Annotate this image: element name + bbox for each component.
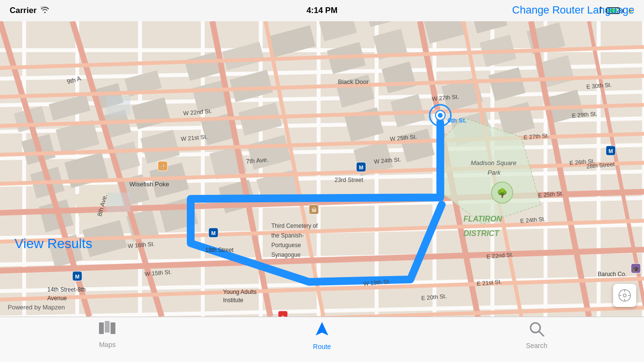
svg-rect-173 xyxy=(105,321,110,333)
tab-search[interactable]: Search xyxy=(429,321,644,349)
svg-text:M: M xyxy=(608,148,613,154)
svg-text:Young Adults: Young Adults xyxy=(223,289,257,295)
svg-text:Madison Square: Madison Square xyxy=(471,159,517,167)
view-results-button[interactable]: View Results xyxy=(14,236,92,251)
svg-text:FLATIRON: FLATIRON xyxy=(463,215,502,223)
svg-point-167 xyxy=(623,294,626,297)
tab-bar: Maps Route Search xyxy=(0,317,644,362)
wifi-icon xyxy=(41,6,49,15)
svg-text:DISTRICT: DISTRICT xyxy=(463,229,500,237)
maps-tab-label: Maps xyxy=(99,341,115,348)
svg-text:Wisefish Poke: Wisefish Poke xyxy=(129,181,169,188)
svg-text:Synagogue: Synagogue xyxy=(271,251,301,258)
svg-text:Portuguese: Portuguese xyxy=(271,242,301,249)
tab-route[interactable]: Route xyxy=(215,321,430,350)
svg-marker-175 xyxy=(316,322,328,335)
svg-rect-174 xyxy=(111,322,115,334)
search-icon xyxy=(529,321,545,340)
route-icon xyxy=(314,321,330,341)
maps-icon xyxy=(99,321,115,339)
svg-text:+: + xyxy=(281,313,284,317)
svg-text:🏛: 🏛 xyxy=(311,207,317,213)
svg-text:Avenue: Avenue xyxy=(47,295,67,302)
status-time: 4:14 PM xyxy=(307,6,337,15)
svg-text:14th Street-8th: 14th Street-8th xyxy=(47,286,85,293)
svg-text:M: M xyxy=(359,165,363,170)
carrier-label: Carrier xyxy=(10,6,37,15)
svg-text:🌳: 🌳 xyxy=(497,188,508,198)
svg-text:18th Street: 18th Street xyxy=(205,247,234,253)
svg-text:Baruch Co.: Baruch Co. xyxy=(598,271,627,278)
status-left: Carrier xyxy=(10,6,49,15)
tab-maps[interactable]: Maps xyxy=(0,321,215,348)
svg-text:M: M xyxy=(75,274,79,279)
svg-text:23rd Street: 23rd Street xyxy=(335,177,364,183)
svg-rect-172 xyxy=(99,322,104,334)
powered-by-label: Powered by Mapzen xyxy=(8,304,65,311)
svg-text:6th St.: 6th St. xyxy=(448,117,467,124)
svg-line-177 xyxy=(539,331,544,336)
route-tab-label: Route xyxy=(313,343,331,350)
svg-text:the Spanish-: the Spanish- xyxy=(271,232,304,239)
map-svg: 🌳 M M M M M 🍴 🏛 + 🎓 xyxy=(0,21,644,317)
svg-text:Institute: Institute xyxy=(223,297,243,304)
svg-text:M: M xyxy=(211,230,215,236)
svg-text:Black Door: Black Door xyxy=(338,78,369,85)
svg-text:Park: Park xyxy=(488,169,501,176)
svg-text:🎓: 🎓 xyxy=(633,266,639,272)
svg-rect-98 xyxy=(106,96,130,115)
svg-point-105 xyxy=(438,113,443,118)
map-area: 🌳 M M M M M 🍴 🏛 + 🎓 xyxy=(0,21,644,317)
search-tab-label: Search xyxy=(526,342,547,349)
compass-button[interactable] xyxy=(613,284,636,307)
svg-text:🍴: 🍴 xyxy=(159,163,166,170)
svg-text:Third Cemetery of: Third Cemetery of xyxy=(271,223,318,229)
svg-rect-99 xyxy=(106,193,130,212)
change-router-language-button[interactable]: Change Router Language xyxy=(512,4,634,16)
